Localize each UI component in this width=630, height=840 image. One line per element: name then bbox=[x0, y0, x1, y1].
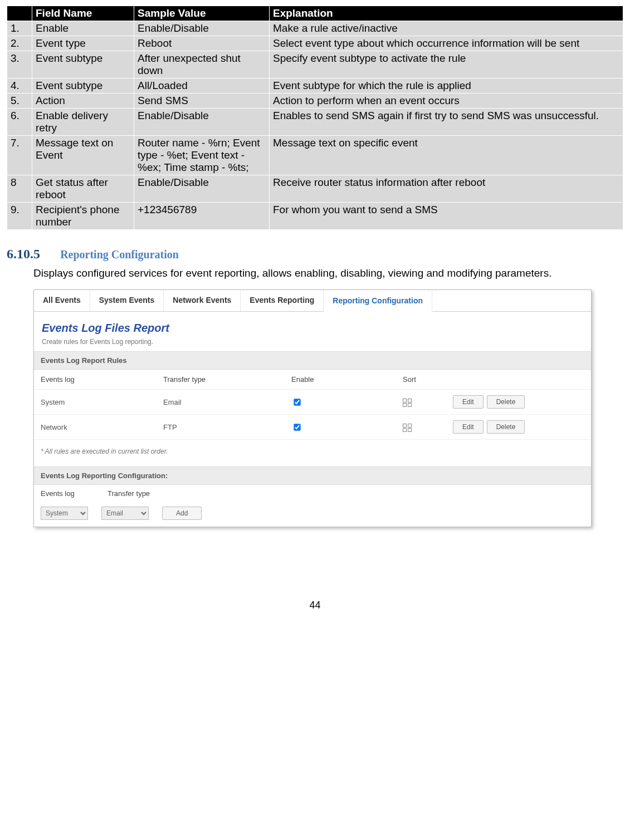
config-header-transfer: Transfer type bbox=[108, 489, 174, 498]
row-explain: Select event type about which occurrence… bbox=[270, 36, 623, 51]
th-explain: Explanation bbox=[270, 6, 623, 21]
row-sample: Enable/Disable bbox=[134, 109, 270, 136]
rule-row: SystemEmailEditDelete bbox=[34, 390, 591, 415]
tab-network-events[interactable]: Network Events bbox=[164, 290, 241, 311]
section-number: 6.10.5 bbox=[7, 247, 40, 261]
row-field: Event subtype bbox=[32, 51, 134, 78]
add-button[interactable]: Add bbox=[162, 507, 202, 520]
row-num: 3. bbox=[7, 51, 32, 78]
sort-handle-icon[interactable] bbox=[403, 423, 407, 431]
row-field: Recipient's phone number bbox=[32, 203, 134, 230]
row-num: 4. bbox=[7, 78, 32, 94]
row-field: Action bbox=[32, 94, 134, 109]
table-row: 8Get status after rebootEnable/DisableRe… bbox=[7, 175, 623, 203]
tab-events-reporting[interactable]: Events Reporting bbox=[241, 290, 324, 311]
rules-band: Events Log Report Rules bbox=[34, 351, 591, 370]
row-field: Event subtype bbox=[32, 78, 134, 94]
sort-handle-icon[interactable] bbox=[408, 398, 412, 406]
row-explain: Specify event subtype to activate the ru… bbox=[270, 51, 623, 78]
table-row: 2.Event typeRebootSelect event type abou… bbox=[7, 36, 623, 51]
row-sample: Enable/Disable bbox=[134, 175, 270, 203]
row-field: Event type bbox=[32, 36, 134, 51]
row-sample: +123456789 bbox=[134, 203, 270, 230]
row-field: Message text on Event bbox=[32, 136, 134, 175]
row-field: Enable bbox=[32, 21, 134, 36]
row-sample: Router name - %rn; Event type - %et; Eve… bbox=[134, 136, 270, 175]
row-num: 7. bbox=[7, 136, 32, 175]
row-sample: Enable/Disable bbox=[134, 21, 270, 36]
table-row: 3.Event subtypeAfter unexpected shut dow… bbox=[7, 51, 623, 78]
table-row: 7.Message text on EventRouter name - %rn… bbox=[7, 136, 623, 175]
row-explain: For whom you want to send a SMS bbox=[270, 203, 623, 230]
table-row: 6.Enable delivery retryEnable/DisableEna… bbox=[7, 109, 623, 136]
tab-bar: All EventsSystem EventsNetwork EventsEve… bbox=[34, 290, 591, 312]
section-description: Displays configured services for event r… bbox=[33, 267, 623, 279]
rule-transfer: Email bbox=[163, 398, 291, 406]
row-explain: Make a rule active/inactive bbox=[270, 21, 623, 36]
row-explain: Enables to send SMS again if first try t… bbox=[270, 109, 623, 136]
section-heading: 6.10.5 Reporting Configuration bbox=[7, 247, 623, 262]
field-table: Field Name Sample Value Explanation 1.En… bbox=[7, 6, 623, 230]
row-sample: Send SMS bbox=[134, 94, 270, 109]
rule-row: NetworkFTPEditDelete bbox=[34, 415, 591, 440]
edit-button[interactable]: Edit bbox=[453, 420, 484, 434]
row-sample: After unexpected shut down bbox=[134, 51, 270, 78]
row-num: 6. bbox=[7, 109, 32, 136]
edit-button[interactable]: Edit bbox=[453, 395, 484, 409]
rule-enable-checkbox[interactable] bbox=[294, 424, 300, 430]
page-number: 44 bbox=[7, 600, 623, 611]
table-row: 4.Event subtypeAll/LoadedEvent subtype f… bbox=[7, 78, 623, 94]
rules-header-enable: Enable bbox=[291, 375, 403, 384]
config-row: System Email Add bbox=[34, 500, 591, 527]
row-explain: Event subtype for which the rule is appl… bbox=[270, 78, 623, 94]
th-field: Field Name bbox=[32, 6, 134, 21]
row-num: 8 bbox=[7, 175, 32, 203]
panel-title: Events Log Files Report bbox=[34, 312, 591, 338]
delete-button[interactable]: Delete bbox=[487, 420, 525, 434]
rules-header-sort: Sort bbox=[403, 375, 453, 384]
th-sample: Sample Value bbox=[134, 6, 270, 21]
row-sample: Reboot bbox=[134, 36, 270, 51]
table-row: 9.Recipient's phone number+123456789For … bbox=[7, 203, 623, 230]
sort-handle-icon[interactable] bbox=[403, 398, 407, 406]
rules-header: Events log Transfer type Enable Sort bbox=[34, 370, 591, 390]
rules-note: * All rules are executed in current list… bbox=[34, 440, 591, 466]
row-num: 5. bbox=[7, 94, 32, 109]
rule-enable-checkbox[interactable] bbox=[294, 399, 300, 405]
config-band: Events Log Reporting Configuration: bbox=[34, 466, 591, 485]
rule-log: Network bbox=[41, 423, 163, 431]
panel-subtitle: Create rules for Events Log reporting. bbox=[34, 338, 591, 351]
row-explain: Action to perform when an event occurs bbox=[270, 94, 623, 109]
events-log-select[interactable]: System bbox=[41, 507, 88, 520]
config-header-log: Events log bbox=[41, 489, 108, 498]
table-row: 1.EnableEnable/DisableMake a rule active… bbox=[7, 21, 623, 36]
table-row: 5.ActionSend SMSAction to perform when a… bbox=[7, 94, 623, 109]
config-header: Events log Transfer type bbox=[34, 485, 591, 500]
row-field: Enable delivery retry bbox=[32, 109, 134, 136]
tab-all-events[interactable]: All Events bbox=[34, 290, 90, 311]
row-num: 9. bbox=[7, 203, 32, 230]
tab-reporting-configuration[interactable]: Reporting Configuration bbox=[324, 291, 432, 312]
row-explain: Message text on specific event bbox=[270, 136, 623, 175]
transfer-type-select[interactable]: Email bbox=[101, 507, 149, 520]
delete-button[interactable]: Delete bbox=[487, 395, 525, 409]
rules-header-transfer: Transfer type bbox=[163, 375, 291, 384]
rule-transfer: FTP bbox=[163, 423, 291, 431]
row-num: 1. bbox=[7, 21, 32, 36]
reporting-config-screenshot: All EventsSystem EventsNetwork EventsEve… bbox=[33, 289, 592, 527]
row-field: Get status after reboot bbox=[32, 175, 134, 203]
row-num: 2. bbox=[7, 36, 32, 51]
tab-system-events[interactable]: System Events bbox=[90, 290, 164, 311]
row-sample: All/Loaded bbox=[134, 78, 270, 94]
sort-handle-icon[interactable] bbox=[408, 423, 412, 431]
rules-header-log: Events log bbox=[41, 375, 163, 384]
section-title: Reporting Configuration bbox=[60, 248, 179, 261]
th-num bbox=[7, 6, 32, 21]
row-explain: Receive router status information after … bbox=[270, 175, 623, 203]
rule-log: System bbox=[41, 398, 163, 406]
